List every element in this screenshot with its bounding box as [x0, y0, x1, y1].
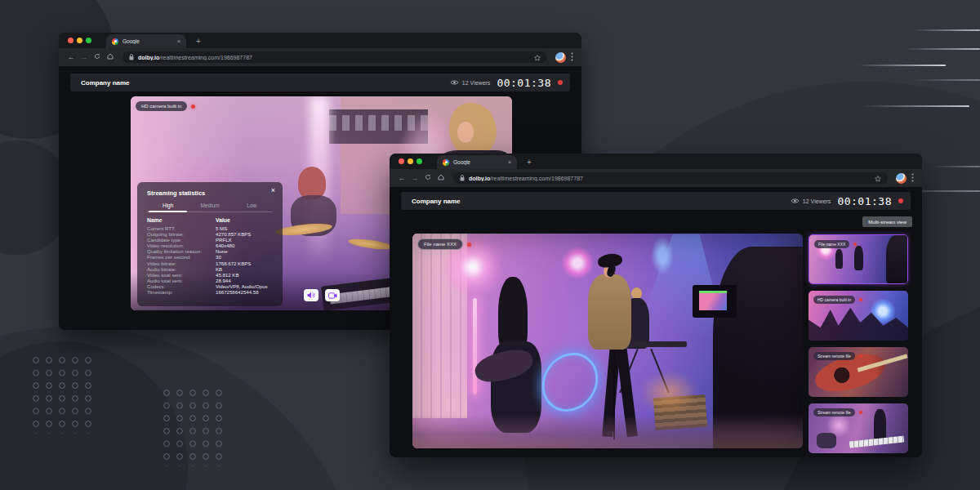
back-icon[interactable]: ←	[398, 175, 406, 182]
stat-value: KB	[216, 266, 222, 272]
tab-high[interactable]: High	[147, 203, 189, 212]
stats-panel-title: Streaming statistics	[147, 189, 273, 197]
minimize-window-button[interactable]	[408, 158, 413, 164]
browser-window-front: Google × + ← → dolby.io/realtimestreamin…	[390, 154, 922, 457]
tab-bar: Google × +	[59, 33, 581, 48]
table-row: Frames per second30	[147, 254, 273, 260]
forward-icon[interactable]: →	[411, 175, 419, 182]
browser-menu-icon[interactable]	[571, 50, 573, 65]
stream-timer: 00:01:38	[837, 195, 892, 207]
live-indicator	[191, 105, 195, 109]
lock-icon	[129, 54, 134, 60]
thumbnail-stream-remote-2[interactable]: Stream remote file	[808, 403, 908, 453]
mute-audio-button[interactable]	[304, 289, 318, 301]
stat-name: Audio bitrate:	[147, 266, 216, 272]
stream-thumbnail-list: File name XXX HD camera built in	[808, 234, 908, 457]
camera-icon	[328, 292, 337, 299]
google-favicon-icon	[112, 38, 118, 45]
tab-title: Google	[122, 38, 173, 44]
stat-name: Current RTT:	[147, 225, 216, 231]
home-icon[interactable]	[437, 174, 445, 182]
tab-bar: Google × +	[390, 154, 922, 169]
browser-tab[interactable]: Google ×	[437, 155, 517, 169]
thumbnail-label: HD camera built in	[813, 296, 855, 304]
stat-name: Video bitrate:	[147, 261, 216, 266]
table-row: Video resolution:640x480	[147, 243, 273, 248]
home-icon[interactable]	[106, 53, 114, 61]
stat-name: Quality limitation reason:	[147, 248, 216, 254]
source-label-row: Stream remote file	[813, 408, 862, 416]
viewer-count: 12 Viewers	[791, 198, 831, 204]
browser-toolbar: ← → dolby.io/realtimestreaming.com/19869…	[390, 169, 922, 187]
thumbnail-hd-camera[interactable]: HD camera built in	[808, 291, 908, 341]
quality-tabs: High Medium Low	[147, 203, 273, 212]
new-tab-button[interactable]: +	[527, 158, 532, 167]
browser-toolbar: ← → dolby.io/realtimestreaming.com/19869…	[59, 48, 581, 66]
multi-stream-view-button[interactable]: Multi-stream view	[862, 216, 912, 227]
table-row: Video total sent:45.812 KB	[147, 272, 273, 278]
bookmark-star-icon[interactable]	[875, 171, 881, 185]
viewer-count: 12 Viewers	[450, 79, 491, 86]
live-indicator	[467, 243, 471, 247]
decor-speed-line	[931, 166, 980, 167]
close-window-button[interactable]	[68, 38, 74, 43]
source-label-row: HD camera built in	[136, 101, 195, 111]
toggle-camera-button[interactable]	[325, 289, 340, 301]
bookmark-star-icon[interactable]	[534, 50, 541, 65]
address-bar[interactable]: dolby.io/realtimestreaming.com/198698778…	[122, 51, 547, 63]
stats-table-header: Name Value	[147, 217, 273, 223]
table-row: Current RTT:5 MS	[147, 225, 273, 231]
close-icon[interactable]: ×	[271, 187, 275, 194]
stat-value: Video/VP8, Audio/Opus	[216, 283, 268, 289]
profile-avatar[interactable]	[896, 173, 906, 184]
minimize-window-button[interactable]	[77, 38, 82, 43]
av-controls	[304, 289, 340, 301]
stat-name: Video total sent:	[147, 272, 216, 278]
live-indicator	[853, 243, 857, 246]
tab-medium[interactable]: Medium	[189, 203, 230, 212]
maximize-window-button[interactable]	[86, 38, 91, 43]
source-label-row: Stream remote file	[813, 352, 862, 360]
column-name: Name	[147, 217, 216, 223]
tab-close-icon[interactable]: ×	[177, 38, 180, 44]
lock-icon	[460, 175, 465, 181]
google-favicon-icon	[443, 159, 449, 166]
browser-menu-icon[interactable]	[911, 171, 914, 185]
refresh-icon[interactable]	[424, 174, 432, 182]
stat-value: 4270.857 KBPS	[216, 231, 251, 237]
back-icon[interactable]: ←	[67, 54, 75, 61]
company-name: Company name	[81, 79, 130, 87]
close-window-button[interactable]	[399, 158, 404, 164]
thumbnail-stream-remote-1[interactable]: Stream remote file	[808, 347, 908, 397]
tab-close-icon[interactable]: ×	[508, 159, 511, 165]
url-path: /realtimestreaming.com/1986987787	[159, 55, 252, 60]
eye-icon	[450, 79, 459, 86]
scene-vignette	[412, 234, 803, 448]
stat-name: Audio total sent:	[147, 278, 216, 283]
address-bar[interactable]: dolby.io/realtimestreaming.com/198698778…	[453, 172, 888, 184]
stat-value: PRFLX	[216, 237, 232, 243]
thumbnail-file-name-xxx[interactable]: File name XXX	[808, 234, 908, 284]
decor-dot-grid	[33, 357, 98, 434]
refresh-icon[interactable]	[93, 53, 101, 61]
stat-value: 1667258642544.58	[216, 289, 259, 295]
stat-value: 5 MS	[216, 225, 227, 231]
table-row: Outgoing bitrate:4270.857 KBPS	[147, 231, 273, 237]
decor-speed-line	[905, 48, 980, 50]
table-row: Quality limitation reason:None	[147, 248, 273, 254]
table-row: Codecs:Video/VP8, Audio/Opus	[147, 283, 273, 289]
forward-icon[interactable]: →	[80, 54, 88, 61]
source-label-row: File name XXX	[814, 240, 857, 248]
browser-tab[interactable]: Google ×	[106, 34, 186, 48]
thumbnail-label: Stream remote file	[813, 352, 855, 360]
stat-value: 640x480	[216, 243, 234, 248]
thumbnail-label: File name XXX	[814, 240, 849, 248]
tab-low[interactable]: Low	[231, 203, 273, 212]
url-domain: dolby.io	[469, 176, 490, 181]
new-tab-button[interactable]: +	[196, 38, 201, 46]
maximize-window-button[interactable]	[416, 158, 422, 164]
stats-table: Current RTT:5 MS Outgoing bitrate:4270.8…	[147, 225, 273, 295]
profile-avatar[interactable]	[555, 52, 566, 63]
source-label-row: HD camera built in	[813, 296, 862, 304]
thumbnail-label: Stream remote file	[813, 408, 855, 416]
